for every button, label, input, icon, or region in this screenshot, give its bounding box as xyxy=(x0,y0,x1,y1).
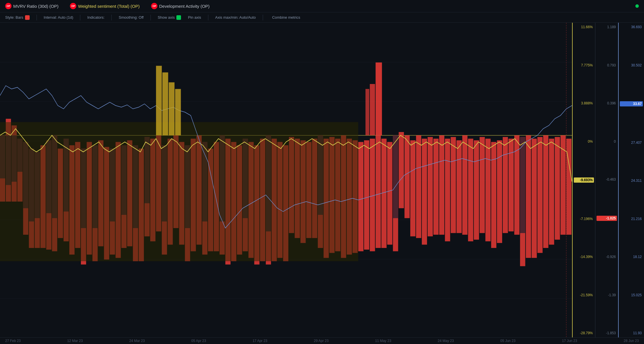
svg-rect-135 xyxy=(156,66,162,135)
axis-yellow-val-4: 0% xyxy=(574,139,594,144)
x-label-3: 24 Mar 23 xyxy=(129,339,145,343)
x-label-1: 27 Feb 23 xyxy=(5,339,21,343)
legend-item-devactivity[interactable]: OP Development Activity (OP) xyxy=(151,3,209,9)
axis-maxmin-label: Axis max/min: Auto/Auto xyxy=(215,15,256,20)
svg-rect-136 xyxy=(162,72,168,135)
svg-rect-134 xyxy=(0,122,358,261)
svg-rect-84 xyxy=(428,137,433,236)
svg-rect-97 xyxy=(503,137,508,233)
interval-selector[interactable]: Interval: Auto (1d) xyxy=(44,15,73,20)
indicators-selector[interactable]: Indicators: xyxy=(87,15,104,20)
axis-neutral-val-5: -0.463 xyxy=(597,177,617,181)
style-selector[interactable]: Style: Bars xyxy=(5,15,30,20)
svg-rect-132 xyxy=(393,135,398,218)
svg-rect-80 xyxy=(405,135,410,218)
svg-rect-102 xyxy=(531,139,537,258)
svg-rect-133 xyxy=(520,137,525,233)
axis-neutral-val-4: 0 xyxy=(597,139,617,144)
x-label-5: 17 Apr 23 xyxy=(253,339,267,343)
axis-neutral-val-6: -0.926 xyxy=(597,255,617,259)
x-label-7: 11 May 23 xyxy=(375,339,391,343)
legend-item-mvrv[interactable]: OP MVRV Ratio (30d) (OP) xyxy=(5,3,58,9)
svg-rect-101 xyxy=(526,135,531,258)
axis-blue-val-7: 15.025 xyxy=(620,293,643,297)
legend-label-devactivity: Development Activity (OP) xyxy=(159,4,209,9)
divider-6 xyxy=(263,15,263,20)
divider-4 xyxy=(150,15,151,20)
svg-rect-141 xyxy=(365,89,369,135)
right-axes: 11.66% 7.775% 3.888% 0% -9.693% -7.196% … xyxy=(572,23,644,337)
axis-neutral-val-8: -1.853 xyxy=(597,331,617,335)
op-icon-mvrv: OP xyxy=(5,3,12,9)
axis-blue-val-8: 11.93 xyxy=(620,331,643,335)
axis-yellow-val-8: -28.79% xyxy=(574,331,594,335)
svg-rect-86 xyxy=(439,135,444,235)
axis-yellow-val-7: -21.59% xyxy=(574,293,594,297)
svg-rect-79 xyxy=(399,132,404,208)
svg-rect-90 xyxy=(462,135,467,235)
axis-yellow-val-3: 3.888% xyxy=(574,101,594,105)
axis-maxmin-selector[interactable]: Axis max/min: Auto/Auto xyxy=(215,15,256,20)
chart-svg-area[interactable]: optimism xyxy=(0,23,572,337)
pin-axis-toggle[interactable]: Pin axis xyxy=(188,15,201,20)
show-axis-label: Show axis xyxy=(158,15,175,20)
axis-yellow-panel: 11.66% 7.775% 3.888% 0% -9.693% -7.196% … xyxy=(572,23,595,337)
legend-label-mvrv: MVRV Ratio (30d) (OP) xyxy=(13,4,58,9)
x-label-4: 05 Apr 23 xyxy=(191,339,206,343)
x-axis-row: 27 Feb 23 12 Mar 23 24 Mar 23 05 Apr 23 … xyxy=(0,337,644,344)
chart-svg xyxy=(0,23,572,337)
axis-neutral-val-3: 0.396 xyxy=(597,101,617,105)
divider-1 xyxy=(37,15,37,20)
svg-rect-93 xyxy=(480,137,485,233)
svg-rect-96 xyxy=(497,140,502,243)
axis-blue-val-6: 18.12 xyxy=(620,255,643,259)
axis-neutral-val-7: -1.39 xyxy=(597,293,617,297)
svg-rect-88 xyxy=(451,137,456,233)
main-chart-area: optimism xyxy=(0,23,644,337)
svg-rect-91 xyxy=(468,139,473,241)
svg-rect-103 xyxy=(538,137,543,253)
axis-blue-panel: 36.693 30.502 33.67 27.407 24.311 21.216… xyxy=(618,23,644,337)
axis-yellow-val-6: -14.39% xyxy=(574,255,594,259)
svg-rect-95 xyxy=(491,142,496,248)
smoothing-selector[interactable]: Smoothing: Off xyxy=(119,15,143,20)
combine-metrics-button[interactable]: Combine metrics xyxy=(270,14,303,21)
axis-neutral-val-2: 0.793 xyxy=(597,63,617,67)
svg-rect-140 xyxy=(370,84,375,135)
legend-item-sentiment[interactable]: OP Weighted sentiment (Total) (OP) xyxy=(70,3,140,9)
axis-yellow-val-5: -7.196% xyxy=(574,217,594,221)
svg-rect-74 xyxy=(370,139,375,251)
op-icon-devactivity: OP xyxy=(151,3,157,9)
style-label: Style: Bars xyxy=(5,15,23,20)
divider-3 xyxy=(111,15,112,20)
axis-blue-val-3: 27.407 xyxy=(620,141,643,145)
axis-neutral-highlighted: -1.025 xyxy=(597,216,617,221)
smoothing-label: Smoothing: Off xyxy=(119,15,143,20)
style-color-swatch xyxy=(25,15,30,20)
svg-rect-105 xyxy=(549,139,554,245)
axis-yellow-val-2: 7.775% xyxy=(574,63,594,67)
axis-blue-val-2: 30.502 xyxy=(620,63,643,67)
divider-5 xyxy=(208,15,208,20)
legend-label-sentiment: Weighted sentiment (Total) (OP) xyxy=(78,4,140,9)
show-axis-toggle[interactable]: Show axis xyxy=(158,15,181,20)
axis-blue-val-4: 24.311 xyxy=(620,179,643,183)
op-icon-sentiment: OP xyxy=(70,3,76,9)
pin-axis-label: Pin axis xyxy=(188,15,201,20)
legend-row: OP MVRV Ratio (30d) (OP) OP Weighted sen… xyxy=(0,0,644,12)
svg-rect-87 xyxy=(445,139,450,241)
svg-rect-104 xyxy=(543,135,548,248)
axis-blue-val-1: 36.693 xyxy=(620,25,643,29)
divider-2 xyxy=(80,15,80,20)
axis-neutral-val-1: 1.189 xyxy=(597,25,617,29)
svg-rect-139 xyxy=(376,62,382,135)
show-axis-color-swatch xyxy=(176,15,181,20)
svg-rect-92 xyxy=(474,140,479,240)
chart-container: OP MVRV Ratio (30d) (OP) OP Weighted sen… xyxy=(0,0,644,344)
axis-blue-val-5: 21.216 xyxy=(620,217,643,221)
indicators-label: Indicators: xyxy=(87,15,104,20)
axis-yellow-highlighted: -9.693% xyxy=(574,177,594,183)
svg-rect-107 xyxy=(561,135,566,235)
axis-neutral-panel: 1.189 0.793 0.396 0 -0.463 -1.025 -0.926… xyxy=(595,23,618,337)
svg-rect-75 xyxy=(376,135,381,248)
